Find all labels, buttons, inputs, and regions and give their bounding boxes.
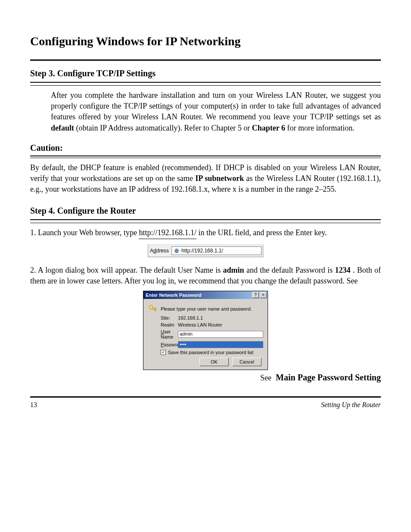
svg-point-3 — [150, 306, 152, 308]
dialog-close-button[interactable]: × — [260, 292, 267, 298]
step4-pass-default: 1234 — [335, 266, 351, 274]
footer-page-number: 13 — [30, 401, 37, 409]
figure-caption-line: See Main Page Password Setting — [30, 373, 381, 383]
footer-rule — [30, 396, 381, 398]
dialog-save-label: Save this password in your password list — [168, 350, 253, 355]
dialog-title: Enter Network Password — [144, 292, 251, 298]
step4-item2-a: 2. A logon dialog box will appear. The d… — [30, 266, 223, 274]
step3-text-b: (obtain IP Address automatically). Refer… — [76, 124, 252, 132]
svg-rect-5 — [155, 309, 156, 311]
page-title: Configuring Windows for IP Networking — [30, 34, 381, 48]
addr-label-post: dress — [156, 248, 169, 254]
dialog-message: Please type your user name and password. — [161, 306, 252, 311]
footer-section: Setting Up the Router — [321, 401, 381, 409]
dialog-password-input[interactable]: •••• — [178, 341, 263, 348]
ie-icon — [174, 248, 180, 254]
password-dialog: Enter Network Password ? × Please type y… — [143, 291, 268, 370]
dialog-realm-label: Realm — [148, 322, 178, 327]
step4-item2-b: and the default Password is — [246, 266, 335, 274]
title-rule — [30, 59, 381, 61]
step4-heading: Step 4. Configure the Router — [30, 206, 381, 216]
step3-body: After you complete the hardware installa… — [30, 90, 381, 134]
step3-ch6: Chapter 6 — [252, 124, 285, 132]
dialog-cancel-button[interactable]: Cancel — [232, 358, 262, 366]
step4-url-link[interactable]: http://192.168.1.1/ — [139, 227, 196, 239]
step4-item1-b: in the URL field, and press the Enter ke… — [198, 228, 327, 237]
address-bar-figure: Address http://192.168.1.1/ — [148, 244, 263, 257]
dialog-username-label: User Name — [148, 329, 178, 339]
step3-text-c: for more information. — [287, 124, 354, 132]
step4-item2: 2. A logon dialog box will appear. The d… — [30, 265, 381, 286]
step3-heading: Step 3. Configure TCP/IP Settings — [30, 68, 381, 78]
dialog-titlebar[interactable]: Enter Network Password ? × — [143, 291, 268, 299]
addr-label-pre: A — [150, 248, 153, 254]
address-input[interactable]: http://192.168.1.1/ — [171, 246, 262, 255]
caution-bold: IP subnetwork — [195, 174, 244, 183]
step4-item1-a: 1. Launch your Web browser, type — [30, 228, 139, 237]
dialog-save-password[interactable]: ✓ Save this password in your password li… — [161, 350, 263, 355]
dialog-help-button[interactable]: ? — [252, 292, 259, 298]
step4-item1: 1. Launch your Web browser, type http://… — [30, 227, 381, 239]
step4-rule-2 — [30, 223, 381, 223]
step3-default: default — [51, 124, 74, 132]
slbl-post: ave this password in your password list — [171, 350, 253, 355]
ulbl-ul: U — [161, 329, 164, 334]
dialog-username-input[interactable]: admin — [178, 331, 263, 338]
step3-rule-2 — [30, 85, 381, 86]
step4-user-default: admin — [223, 266, 244, 274]
dialog-site-label: Site: — [148, 315, 178, 320]
key-icon — [148, 304, 157, 314]
addr-label-ul: d — [153, 248, 156, 254]
caution-rule-2 — [30, 158, 381, 158]
address-bar-label: Address — [148, 248, 171, 254]
step3-text-a: After you complete the hardware installa… — [51, 91, 381, 121]
caption-text: Main Page Password Setting — [276, 373, 381, 383]
dialog-realm-value: Wireless LAN Router — [178, 322, 222, 327]
caption-lead: See — [260, 373, 271, 383]
dialog-ok-button[interactable]: OK — [199, 358, 229, 366]
dialog-site-value: 192.168.1.1 — [178, 315, 203, 320]
address-url-text: http://192.168.1.1/ — [181, 248, 223, 254]
checkbox-icon: ✓ — [161, 350, 166, 355]
caution-body: By default, the DHCP feature is enabled … — [30, 162, 381, 195]
caution-label: Caution: — [30, 143, 381, 153]
dialog-password-label: Password — [148, 342, 178, 347]
